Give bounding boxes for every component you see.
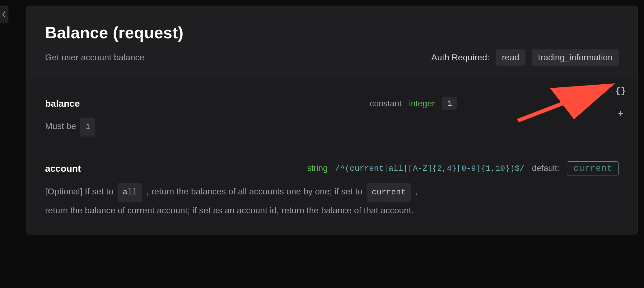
field-balance-row: balance constant integer 1 — [45, 97, 619, 110]
chevron-left-icon — [2, 11, 6, 18]
field-balance-desc: Must be 1 — [45, 118, 619, 137]
field-account-desc-p2: , return the balances of all accounts on… — [147, 187, 362, 196]
auth-scope-trading-information[interactable]: trading_information — [532, 49, 619, 66]
page-title: Balance (request) — [45, 23, 619, 42]
field-balance-type-keyword: integer — [409, 99, 435, 109]
header-row: Get user account balance Auth Required: … — [45, 49, 619, 66]
field-account-desc-p4: return the balance of current account; i… — [45, 206, 414, 215]
auth-required-label: Auth Required: — [431, 53, 489, 63]
panel-body: {} + balance constant integer 1 Must be … — [26, 78, 637, 234]
field-account-row: account string /^(current|all|[A-Z]{2,4}… — [45, 161, 619, 175]
auth-required: Auth Required: read trading_information — [431, 49, 619, 66]
field-account-default-label: default: — [532, 164, 560, 173]
plus-icon[interactable]: + — [614, 108, 627, 120]
field-account-desc-p3: , — [415, 187, 418, 196]
app-frame: Balance (request) Get user account balan… — [0, 0, 644, 288]
page-subtitle: Get user account balance — [45, 53, 144, 63]
schema-panel: Balance (request) Get user account balan… — [26, 6, 638, 235]
field-account-chip-all: all — [118, 183, 142, 202]
field-account-desc-p1: [Optional] If set to — [45, 187, 113, 196]
panel-toolbar: {} + — [614, 85, 627, 120]
auth-scope-read[interactable]: read — [496, 49, 525, 66]
field-balance: balance constant integer 1 Must be 1 — [45, 97, 619, 137]
field-account-type: string /^(current|all|[A-Z]{2,4}[0-9]{1,… — [307, 161, 619, 175]
field-balance-desc-prefix: Must be — [45, 121, 76, 131]
field-balance-name: balance — [45, 98, 357, 109]
field-account-pattern: /^(current|all|[A-Z]{2,4}[0-9]{1,10})$/ — [335, 164, 525, 173]
field-account-type-keyword: string — [307, 164, 328, 173]
sidebar-sliver — [0, 0, 9, 288]
field-balance-constant-value: 1 — [442, 97, 457, 110]
sidebar-collapse-handle[interactable] — [0, 6, 8, 23]
field-account: account string /^(current|all|[A-Z]{2,4}… — [45, 161, 619, 219]
field-balance-type: constant integer 1 — [370, 97, 457, 110]
panel-header: Balance (request) Get user account balan… — [26, 6, 637, 78]
field-account-name: account — [45, 163, 295, 174]
field-balance-desc-chip: 1 — [80, 118, 95, 137]
braces-icon[interactable]: {} — [614, 85, 627, 97]
field-account-default-value[interactable]: current — [567, 161, 619, 175]
field-account-chip-current: current — [367, 183, 411, 202]
field-account-desc: [Optional] If set to all , return the ba… — [45, 183, 619, 219]
field-balance-constant-label: constant — [370, 99, 402, 109]
